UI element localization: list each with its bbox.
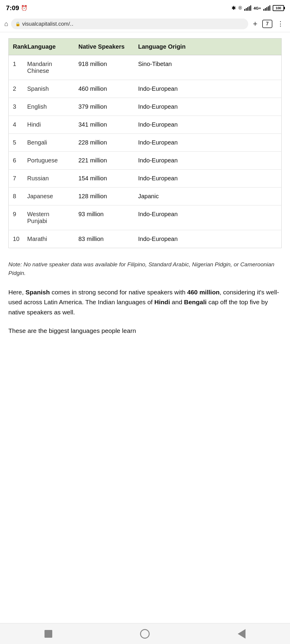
body-text-middle3: and	[170, 299, 184, 305]
cell-rank: 10Marathi	[9, 230, 74, 248]
square-icon	[45, 630, 52, 638]
cell-rank: 8Japanese	[9, 187, 74, 205]
table-row: 3English379 millionIndo-European	[9, 98, 282, 116]
rank-number: 3	[13, 103, 22, 110]
rank-number: 4	[13, 121, 22, 128]
table-row: 2Spanish460 millionIndo-European	[9, 80, 282, 98]
cell-rank: 7Russian	[9, 170, 74, 187]
back-triangle-icon	[238, 629, 245, 639]
table-header-row: RankLanguage Native Speakers Language Or…	[9, 39, 282, 55]
table-row: 10Marathi83 millionIndo-European	[9, 230, 282, 248]
rank-number: 10	[13, 236, 22, 242]
language-name: Mandarin Chinese	[27, 61, 70, 74]
cell-origin: Indo-European	[134, 98, 282, 116]
language-name: Japanese	[27, 193, 53, 200]
table-row: 5Bengali228 millionIndo-European	[9, 134, 282, 152]
language-name: Russian	[27, 175, 49, 182]
cell-speakers: 379 million	[74, 98, 134, 116]
nav-home-button[interactable]	[140, 629, 150, 639]
status-icons: ✱ ® 4G+ 100	[231, 5, 284, 11]
col-rank-language: RankLanguage	[9, 39, 74, 55]
cell-rank: 3English	[9, 98, 74, 116]
rank-number: 1	[13, 61, 22, 67]
lock-icon: 🔒	[15, 21, 20, 26]
table-row: 1Mandarin Chinese918 millionSino-Tibetan	[9, 55, 282, 80]
language-name: English	[27, 103, 47, 110]
rank-number: 2	[13, 85, 22, 92]
cell-rank: 9Western Punjabi	[9, 205, 74, 230]
cell-origin: Indo-European	[134, 170, 282, 187]
cell-speakers: 221 million	[74, 152, 134, 170]
bold-hindi: Hindi	[154, 299, 170, 305]
cell-speakers: 93 million	[74, 205, 134, 230]
table-row: 9Western Punjabi93 millionIndo-European	[9, 205, 282, 230]
alarm-icon: ⏰	[21, 5, 27, 11]
registered-icon: ®	[238, 5, 242, 11]
nav-square-button[interactable]	[43, 629, 53, 639]
nav-back-button[interactable]	[237, 629, 247, 639]
cell-speakers: 128 million	[74, 187, 134, 205]
home-button[interactable]: ⌂	[4, 20, 8, 28]
table-row: 7Russian154 millionIndo-European	[9, 170, 282, 187]
language-name: Bengali	[27, 139, 47, 146]
url-text: visualcapitalist.com/‥	[22, 21, 244, 27]
cell-origin: Sino-Tibetan	[134, 55, 282, 80]
circle-icon	[140, 629, 150, 639]
rank-number: 8	[13, 193, 22, 200]
cell-rank: 5Bengali	[9, 134, 74, 152]
cell-speakers: 83 million	[74, 230, 134, 248]
body-text-middle1: comes in strong second for native speake…	[50, 289, 187, 296]
body-text-before: Here,	[8, 289, 25, 296]
rank-number: 6	[13, 157, 22, 164]
cell-speakers: 460 million	[74, 80, 134, 98]
bold-spanish: Spanish	[25, 289, 50, 296]
status-bar: 7:09 ⏰ ✱ ® 4G+ 100	[0, 0, 290, 16]
bold-460million: 460 million	[187, 289, 220, 296]
cell-speakers: 341 million	[74, 116, 134, 134]
language-table: RankLanguage Native Speakers Language Or…	[8, 38, 282, 248]
address-bar[interactable]: 🔒 visualcapitalist.com/‥	[11, 19, 248, 29]
language-name: Portuguese	[27, 157, 58, 164]
body-paragraph-1: Here, Spanish comes in strong second for…	[8, 287, 282, 317]
rank-number: 7	[13, 175, 22, 182]
col-native-speakers: Native Speakers	[74, 39, 134, 55]
cell-origin: Indo-European	[134, 230, 282, 248]
network-type: 4G+	[254, 6, 261, 10]
battery-indicator: 100	[273, 5, 284, 11]
cell-rank: 2Spanish	[9, 80, 74, 98]
table-row: 4Hindi341 millionIndo-European	[9, 116, 282, 134]
menu-button[interactable]: ⋮	[275, 19, 286, 29]
table-row: 6Portuguese221 millionIndo-European	[9, 152, 282, 170]
rank-number: 5	[13, 139, 22, 146]
time-display: 7:09	[6, 4, 19, 12]
cell-speakers: 228 million	[74, 134, 134, 152]
note-paragraph: Note: No native speaker data was availab…	[8, 260, 282, 278]
browser-toolbar: ⌂ 🔒 visualcapitalist.com/‥ + 7 ⋮	[0, 16, 290, 32]
cell-origin: Japanic	[134, 187, 282, 205]
col-language-origin: Language Origin	[134, 39, 282, 55]
cell-speakers: 154 million	[74, 170, 134, 187]
language-name: Western Punjabi	[27, 211, 70, 225]
rank-number: 9	[13, 211, 22, 218]
bold-bengali: Bengali	[184, 299, 207, 305]
signal-bars-1	[244, 5, 251, 11]
language-name: Spanish	[27, 85, 49, 92]
main-content: RankLanguage Native Speakers Language Or…	[0, 32, 290, 350]
cell-origin: Indo-European	[134, 116, 282, 134]
tab-switcher-button[interactable]: 7	[262, 20, 272, 28]
table-row: 8Japanese128 millionJapanic	[9, 187, 282, 205]
signal-bars-2	[263, 5, 270, 11]
cell-rank: 6Portuguese	[9, 152, 74, 170]
cell-rank: 4Hindi	[9, 116, 74, 134]
new-tab-button[interactable]: +	[251, 18, 259, 30]
navigation-bar	[0, 623, 290, 644]
language-name: Marathi	[27, 236, 47, 242]
status-time-area: 7:09 ⏰	[6, 4, 27, 12]
body-paragraph-2: These are the biggest languages people l…	[8, 326, 282, 336]
cell-origin: Indo-European	[134, 134, 282, 152]
cell-rank: 1Mandarin Chinese	[9, 55, 74, 80]
cell-origin: Indo-European	[134, 205, 282, 230]
cell-origin: Indo-European	[134, 152, 282, 170]
cell-speakers: 918 million	[74, 55, 134, 80]
cell-origin: Indo-European	[134, 80, 282, 98]
